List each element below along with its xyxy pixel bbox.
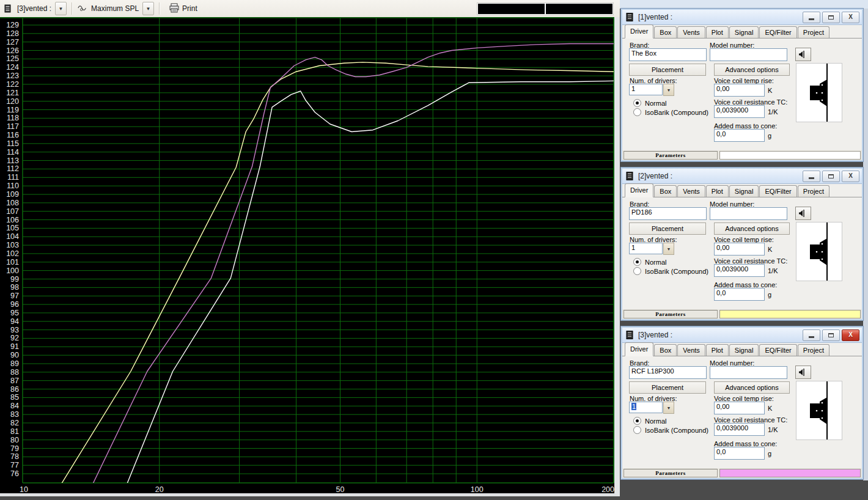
tab-signal[interactable]: Signal bbox=[729, 26, 759, 38]
vc-temp-field[interactable]: 0,00 bbox=[714, 84, 765, 97]
tab-driver[interactable]: Driver bbox=[625, 342, 653, 356]
project-selector[interactable]: [3]vented : ▼ bbox=[4, 2, 67, 15]
minimize-button[interactable] bbox=[803, 171, 820, 182]
vc-resistance-field[interactable]: 0,0039000 bbox=[714, 423, 765, 436]
svg-text:96: 96 bbox=[10, 300, 19, 309]
tab-vents[interactable]: Vents bbox=[677, 344, 705, 356]
minimize-button[interactable] bbox=[803, 329, 820, 341]
close-button[interactable]: X bbox=[842, 12, 859, 23]
tab-plot[interactable]: Plot bbox=[706, 26, 729, 38]
isobarik-radio[interactable]: IsoBarik (Compound) bbox=[633, 267, 708, 275]
vc-temp-field[interactable]: 0,00 bbox=[714, 402, 765, 414]
svg-text:82: 82 bbox=[10, 419, 19, 427]
tab-signal[interactable]: Signal bbox=[729, 344, 759, 356]
window-2-titlebar[interactable]: [2]vented : X bbox=[622, 169, 862, 184]
tab-vents[interactable]: Vents bbox=[677, 185, 705, 197]
advanced-options-button[interactable]: Advanced options bbox=[714, 381, 790, 394]
window-3-vented: [3]vented : X Driver Box Vents Plot Sign… bbox=[621, 326, 863, 479]
normal-radio[interactable]: Normal bbox=[633, 258, 666, 266]
advanced-options-button[interactable]: Advanced options bbox=[714, 222, 790, 235]
parameters-status[interactable]: Parameters bbox=[623, 151, 718, 160]
maximize-button[interactable] bbox=[822, 171, 840, 182]
tab-plot[interactable]: Plot bbox=[706, 185, 729, 197]
model-number-field[interactable] bbox=[710, 207, 787, 220]
speaker-test-button[interactable] bbox=[795, 366, 811, 379]
close-button[interactable]: X bbox=[842, 329, 859, 341]
num-drivers-value: 1 bbox=[631, 85, 635, 92]
tab-project[interactable]: Project bbox=[798, 26, 829, 38]
minimize-button[interactable] bbox=[803, 12, 820, 23]
brand-field[interactable]: The Box bbox=[629, 48, 707, 61]
model-number-field[interactable] bbox=[710, 366, 787, 379]
svg-text:20: 20 bbox=[155, 485, 164, 493]
isobarik-radio[interactable]: IsoBarik (Compound) bbox=[633, 108, 708, 116]
advanced-options-button[interactable]: Advanced options bbox=[714, 64, 790, 76]
svg-text:83: 83 bbox=[10, 410, 19, 419]
svg-text:87: 87 bbox=[10, 377, 19, 385]
added-mass-field[interactable]: 0,0 bbox=[714, 447, 765, 460]
plot-type-selector[interactable]: Maximum SPL ▼ bbox=[78, 2, 154, 15]
driver-cross-section-image bbox=[796, 381, 842, 440]
cursor-readout-panel bbox=[477, 2, 614, 15]
main-toolbar: [3]vented : ▼ Maximum SPL ▼ Print bbox=[0, 0, 620, 17]
svg-text:122: 122 bbox=[6, 80, 19, 89]
parameters-status[interactable]: Parameters bbox=[623, 469, 718, 477]
plot-type-value: Maximum SPL bbox=[90, 4, 142, 13]
normal-radio-label: Normal bbox=[645, 259, 666, 266]
speaker-test-button[interactable] bbox=[795, 48, 811, 61]
model-number-field[interactable] bbox=[710, 48, 787, 61]
tab-box[interactable]: Box bbox=[654, 344, 677, 356]
brand-field[interactable]: PD186 bbox=[629, 207, 707, 220]
speaker-test-button[interactable] bbox=[795, 207, 811, 220]
tab-vents[interactable]: Vents bbox=[677, 26, 705, 38]
tab-project[interactable]: Project bbox=[798, 185, 829, 197]
combo-dropdown-button[interactable]: ▼ bbox=[663, 84, 674, 96]
combo-dropdown-button[interactable]: ▼ bbox=[663, 243, 674, 255]
tab-eq-filter[interactable]: EQ/Filter bbox=[759, 26, 796, 38]
tab-box[interactable]: Box bbox=[654, 185, 677, 197]
curve-color-strip bbox=[719, 310, 861, 318]
tab-project[interactable]: Project bbox=[798, 344, 829, 356]
curve-color-strip bbox=[719, 469, 861, 477]
svg-text:88: 88 bbox=[10, 368, 19, 377]
window-1-titlebar[interactable]: [1]vented : X bbox=[622, 10, 862, 25]
tab-driver[interactable]: Driver bbox=[625, 24, 653, 39]
num-drivers-combobox[interactable]: 1 ▼ bbox=[629, 243, 674, 255]
tab-eq-filter[interactable]: EQ/Filter bbox=[759, 185, 796, 197]
project-window-icon bbox=[4, 4, 13, 13]
maximize-button[interactable] bbox=[822, 329, 840, 341]
combo-dropdown-button[interactable]: ▼ bbox=[663, 402, 674, 414]
normal-radio[interactable]: Normal bbox=[633, 417, 666, 425]
close-button[interactable]: X bbox=[842, 171, 859, 182]
placement-button[interactable]: Placement bbox=[629, 64, 706, 76]
placement-button[interactable]: Placement bbox=[629, 222, 706, 235]
placement-button[interactable]: Placement bbox=[629, 381, 706, 394]
tab-plot[interactable]: Plot bbox=[706, 344, 729, 356]
added-mass-field[interactable]: 0,0 bbox=[714, 288, 765, 301]
plot-type-dropdown-button[interactable]: ▼ bbox=[142, 2, 154, 15]
mdi-background-strip bbox=[620, 0, 868, 9]
vc-resistance-field[interactable]: 0,0039000 bbox=[714, 264, 765, 277]
tab-signal[interactable]: Signal bbox=[729, 185, 759, 197]
brand-field[interactable]: RCF L18P300 bbox=[629, 366, 707, 379]
tab-box[interactable]: Box bbox=[654, 26, 677, 38]
tab-eq-filter[interactable]: EQ/Filter bbox=[759, 344, 796, 356]
vc-resistance-field[interactable]: 0,0039000 bbox=[714, 105, 765, 118]
print-button[interactable]: Print bbox=[165, 2, 201, 16]
parameters-status[interactable]: Parameters bbox=[623, 310, 718, 318]
vc-temp-unit: K bbox=[768, 405, 772, 412]
window-1-statusbar: Parameters bbox=[622, 150, 862, 160]
svg-text:98: 98 bbox=[10, 283, 19, 292]
radio-dot bbox=[633, 99, 641, 107]
tab-driver[interactable]: Driver bbox=[625, 183, 653, 197]
project-selector-dropdown-button[interactable]: ▼ bbox=[55, 2, 67, 15]
vc-temp-field[interactable]: 0,00 bbox=[714, 243, 765, 256]
num-drivers-combobox[interactable]: 1 ▼ bbox=[629, 84, 674, 96]
isobarik-radio[interactable]: IsoBarik (Compound) bbox=[633, 426, 708, 434]
window-3-titlebar[interactable]: [3]vented : X bbox=[622, 328, 862, 343]
num-drivers-combobox[interactable]: 1 ▼ bbox=[629, 402, 674, 414]
added-mass-field[interactable]: 0,0 bbox=[714, 129, 765, 142]
maximize-button[interactable] bbox=[822, 12, 840, 23]
normal-radio[interactable]: Normal bbox=[633, 99, 666, 107]
radio-dot bbox=[633, 417, 641, 425]
